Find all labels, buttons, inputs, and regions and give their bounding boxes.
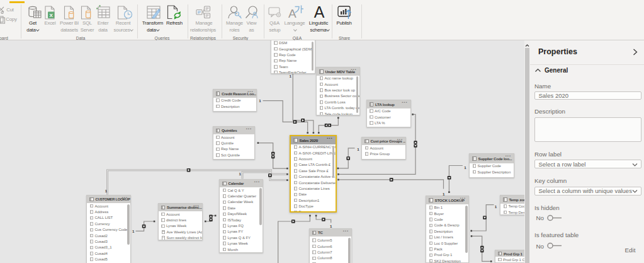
svg-text:A: A (314, 3, 325, 20)
svg-text:1: 1 (290, 74, 292, 78)
svg-text:1: 1 (357, 147, 359, 151)
svg-text:X: X (50, 13, 54, 18)
svg-text:1: 1 (105, 189, 108, 193)
svg-text:1: 1 (132, 229, 135, 233)
svg-text:1: 1 (495, 204, 497, 209)
svg-text:1: 1 (259, 98, 261, 103)
svg-text:1: 1 (464, 165, 466, 170)
svg-text:1: 1 (239, 172, 242, 176)
